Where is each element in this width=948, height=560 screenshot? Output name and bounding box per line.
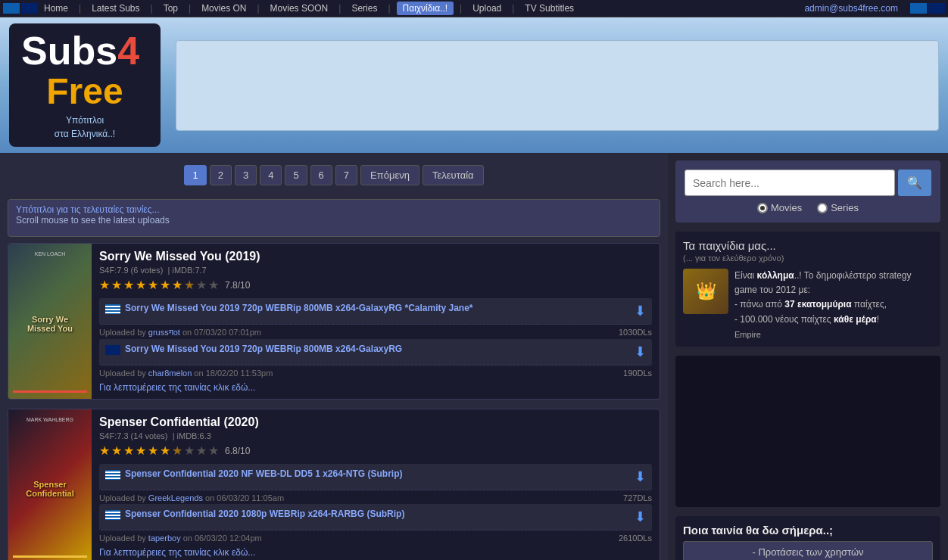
page-7-button[interactable]: 7 <box>335 165 357 185</box>
nav-tv-subtitles[interactable]: TV Subtitles <box>520 2 578 15</box>
last-button[interactable]: Τελευταία <box>423 165 484 185</box>
star4: ★ <box>136 278 146 292</box>
download-icon-sorry-2[interactable]: ⬇ <box>635 344 646 360</box>
page-3-button[interactable]: 3 <box>235 165 257 185</box>
radio-movies-circle <box>757 203 768 213</box>
subtitle-link-spenser-1[interactable]: Spenser Confidential 2020 NF WEB-DL DD5 … <box>125 468 630 481</box>
info-line1[interactable]: Υπότιτλοι για τις τελευταίες ταινίες... <box>16 204 160 215</box>
logo-subs: Subs <box>21 31 117 70</box>
star1: ★ <box>99 278 110 292</box>
info-bar: Υπότιτλοι για τις τελευταίες ταινίες... … <box>8 199 660 237</box>
search-row: 🔍 <box>684 170 931 196</box>
subtitle-block-spenser-2: Spenser Confidential 2020 1080p WEBRip x… <box>99 504 652 543</box>
nav-upload[interactable]: Upload <box>468 2 506 15</box>
info-line2: Scroll mouse to see the latest uploads <box>16 215 170 226</box>
pagination: 1 2 3 4 5 6 7 Επόμενη Τελευταία <box>8 160 660 190</box>
nav-movies-soon[interactable]: Movies SOON <box>266 2 333 15</box>
main-container: 1 2 3 4 5 6 7 Επόμενη Τελευταία Υπότιτλο… <box>0 153 948 560</box>
logo-4: 4 <box>117 31 139 70</box>
page-1-button[interactable]: 1 <box>184 165 206 185</box>
nav-series[interactable]: Series <box>347 2 382 15</box>
movie-info-spenser: Spenser Confidential (2020) S4F:7.3 (14 … <box>92 409 660 560</box>
subtitle-row-spenser-2: Spenser Confidential 2020 1080p WEBRip x… <box>99 504 652 530</box>
search-button[interactable]: 🔍 <box>898 170 931 196</box>
rec-button[interactable]: - Προτάσεις των χρηστών <box>683 541 933 560</box>
s4f-rating-spenser: S4F:7.3 (14 votes) <box>99 431 168 440</box>
nav-games[interactable]: Παιχνίδια..! <box>397 2 454 15</box>
star8-half: ★ <box>184 278 195 292</box>
subtitle-block-sorry-2: Sorry We Missed You 2019 720p WEBRip 800… <box>99 339 652 378</box>
rating-display-sorry: 7.8/10 <box>225 280 250 291</box>
page-2-button[interactable]: 2 <box>210 165 232 185</box>
games-name: Empire <box>734 330 933 339</box>
nav-home[interactable]: Home <box>39 2 73 15</box>
ad-banner <box>176 40 939 131</box>
sp-star10-empty: ★ <box>208 443 219 458</box>
uploader-link-spenser-1[interactable]: GreekLegends <box>148 493 203 502</box>
download-icon-spenser-1[interactable]: ⬇ <box>635 468 646 485</box>
movie-meta-sorry: S4F:7.9 (6 votes) | iMDB:7.7 <box>99 266 652 275</box>
search-icon: 🔍 <box>907 176 922 189</box>
movie-title-spenser[interactable]: Spenser Confidential (2020) <box>99 415 652 429</box>
games-section: Τα παιχνίδια μας... (... για τον ελεύθερ… <box>675 232 940 347</box>
search-input[interactable] <box>684 170 895 196</box>
logo: Subs 4 Free Υπότιτλοι στα Ελληνικά..! <box>9 23 161 147</box>
uploader-link-spenser-2[interactable]: taperboy <box>148 534 181 543</box>
radio-series[interactable]: Series <box>817 202 859 213</box>
star5: ★ <box>148 278 158 292</box>
poster-sorry-top: KEN LOACH <box>35 248 65 257</box>
sp-star7-half: ★ <box>172 443 182 458</box>
logo-free: Free <box>21 70 148 112</box>
subtitle-link-spenser-2[interactable]: Spenser Confidential 2020 1080p WEBRip x… <box>125 509 630 521</box>
sp-star6: ★ <box>160 443 170 458</box>
dl-count-spenser-2: 2610DLs <box>619 534 652 543</box>
nav-email[interactable]: admin@subs4free.com <box>800 2 903 15</box>
content-area: 1 2 3 4 5 6 7 Επόμενη Τελευταία Υπότιτλο… <box>0 153 668 560</box>
games-description: Είναι κόλλημα..! Το δημοφιλέστερο strate… <box>734 269 933 327</box>
movie-title-sorry[interactable]: Sorry We Missed You (2019) <box>99 250 652 263</box>
page-5-button[interactable]: 5 <box>285 165 307 185</box>
nav-movies-on[interactable]: Movies ON <box>197 2 251 15</box>
nav-latest-subs[interactable]: Latest Subs <box>87 2 144 15</box>
flag-gr-right <box>910 3 927 14</box>
radio-movies[interactable]: Movies <box>757 202 802 213</box>
sp-star8-empty: ★ <box>184 443 195 458</box>
uploader-spenser-2: Uploaded by taperboy on 06/03/20 12:04pm… <box>99 534 652 543</box>
page-6-button[interactable]: 6 <box>310 165 332 185</box>
sp-star4: ★ <box>136 443 146 458</box>
subtitle-row-sorry-1: Sorry We Missed You 2019 720p WEBRip 800… <box>99 298 652 325</box>
search-box: 🔍 Movies Series <box>675 160 940 222</box>
radio-row: Movies Series <box>684 202 931 213</box>
details-link-spenser[interactable]: Για λεπτομέρειες της ταινίας κλικ εδώ... <box>99 547 652 558</box>
sidebar: 🔍 Movies Series Τα παιχνίδια μας... (...… <box>668 153 948 560</box>
subtitle-link-sorry-2[interactable]: Sorry We Missed You 2019 720p WEBRip 800… <box>125 344 630 356</box>
rating-display-spenser: 6.8/10 <box>225 446 250 456</box>
subtitle-block-sorry-1: Sorry We Missed You 2019 720p WEBRip 800… <box>99 298 652 338</box>
poster-spenser-top: MARK WAHLBERG <box>27 414 73 422</box>
movie-meta-spenser: S4F:7.3 (14 votes) | iMDB:6.3 <box>99 431 652 440</box>
uploader-link-sorry-2[interactable]: char8melon <box>148 369 192 378</box>
flag-uk-nav <box>21 3 38 14</box>
subtitle-block-spenser-1: Spenser Confidential 2020 NF WEB-DL DD5 … <box>99 464 652 502</box>
sp-star5: ★ <box>148 443 158 458</box>
dl-count-sorry-1: 1030DLs <box>619 328 652 337</box>
download-icon-spenser-2[interactable]: ⬇ <box>635 509 646 525</box>
top-navigation: Home | Latest Subs | Top | Movies ON | M… <box>0 0 948 17</box>
dl-count-spenser-1: 727DLs <box>623 493 652 502</box>
subtitle-row-sorry-2: Sorry We Missed You 2019 720p WEBRip 800… <box>99 339 652 366</box>
subtitle-link-sorry-1[interactable]: Sorry We Missed You 2019 720p WEBRip 800… <box>125 303 630 315</box>
games-title: Τα παιχνίδια μας... <box>683 239 933 252</box>
uploader-sorry-2: Uploaded by char8melon on 18/02/20 11:53… <box>99 369 652 378</box>
next-button[interactable]: Επόμενη <box>360 165 419 185</box>
radio-series-label: Series <box>831 202 859 213</box>
radio-movies-label: Movies <box>771 202 802 213</box>
download-icon-sorry-1[interactable]: ⬇ <box>635 303 646 319</box>
details-link-sorry[interactable]: Για λεπτομέρειες της ταινίας κλικ εδώ... <box>99 382 652 393</box>
sp-star9-empty: ★ <box>196 443 207 458</box>
star3: ★ <box>123 278 134 292</box>
empire-icon: 👑 <box>696 282 716 301</box>
page-4-button[interactable]: 4 <box>260 165 282 185</box>
flag-uk-right <box>928 3 945 14</box>
uploader-link-sorry-1[interactable]: grussगot <box>148 328 180 337</box>
nav-top[interactable]: Top <box>159 2 182 15</box>
